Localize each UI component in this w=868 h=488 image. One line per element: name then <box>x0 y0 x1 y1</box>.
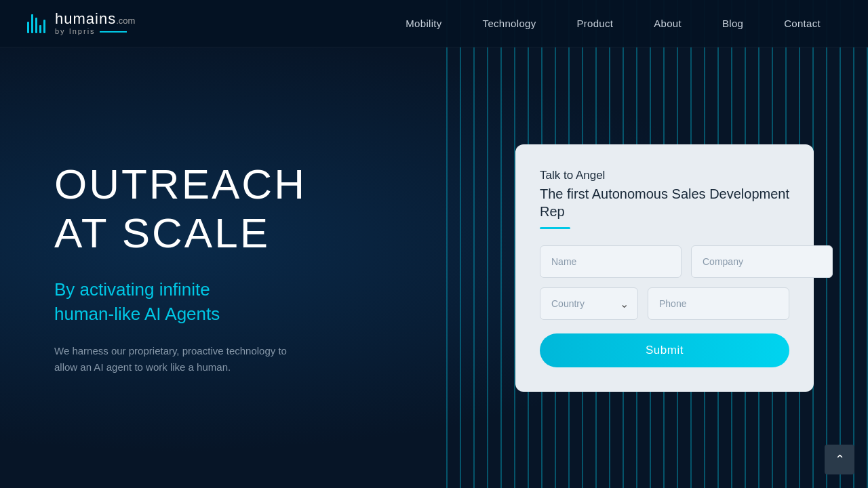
navbar: humains.com by Inpris Mobility Technolog… <box>0 0 868 47</box>
hero-section: OUTREACH AT SCALE By activating infinite… <box>54 160 515 375</box>
nav-link-technology[interactable]: Technology <box>462 0 557 47</box>
nav-link-blog[interactable]: Blog <box>702 0 764 47</box>
country-select[interactable]: Country United States United Kingdom Can… <box>540 287 638 320</box>
name-input[interactable] <box>540 245 682 278</box>
nav-link-about[interactable]: About <box>633 0 702 47</box>
hero-subtitle-line1: By activating infinite <box>54 277 488 302</box>
hero-title-line1: OUTREACH <box>54 160 488 208</box>
chevron-up-icon: ⌃ <box>835 452 845 467</box>
hero-description: We harness our proprietary, proactive te… <box>54 343 312 375</box>
hero-title-line2: AT SCALE <box>54 209 488 257</box>
submit-button[interactable]: Submit <box>540 333 789 367</box>
logo-icon <box>27 14 45 33</box>
company-input[interactable] <box>691 245 833 278</box>
nav-link-mobility[interactable]: Mobility <box>385 0 462 47</box>
form-row-country-phone: Country United States United Kingdom Can… <box>540 287 789 320</box>
logo-text: humains.com by Inpris <box>55 12 135 35</box>
form-subtitle: The first Autonomous Sales Development R… <box>540 185 789 220</box>
hero-subtitle: By activating infinite human-like AI Age… <box>54 277 488 327</box>
logo-brand: humains <box>55 12 116 26</box>
main-content: OUTREACH AT SCALE By activating infinite… <box>0 47 868 488</box>
nav-link-product[interactable]: Product <box>556 0 633 47</box>
hero-subtitle-line2: human-like AI Agents <box>54 302 488 326</box>
form-divider <box>540 227 570 229</box>
logo[interactable]: humains.com by Inpris <box>27 12 135 35</box>
form-tag-line: Talk to Angel <box>540 169 789 182</box>
contact-form-card: Talk to Angel The first Autonomous Sales… <box>515 144 814 392</box>
hero-title: OUTREACH AT SCALE <box>54 160 488 257</box>
nav-links: Mobility Technology Product About Blog C… <box>385 0 841 47</box>
phone-input[interactable] <box>648 287 789 320</box>
logo-dotcom: .com <box>116 16 135 25</box>
logo-byline: by Inpris <box>55 28 96 35</box>
scroll-up-button[interactable]: ⌃ <box>825 445 854 474</box>
form-row-name-company <box>540 245 789 278</box>
country-select-wrapper: Country United States United Kingdom Can… <box>540 287 638 320</box>
logo-underline <box>100 31 127 33</box>
nav-link-contact[interactable]: Contact <box>764 0 841 47</box>
